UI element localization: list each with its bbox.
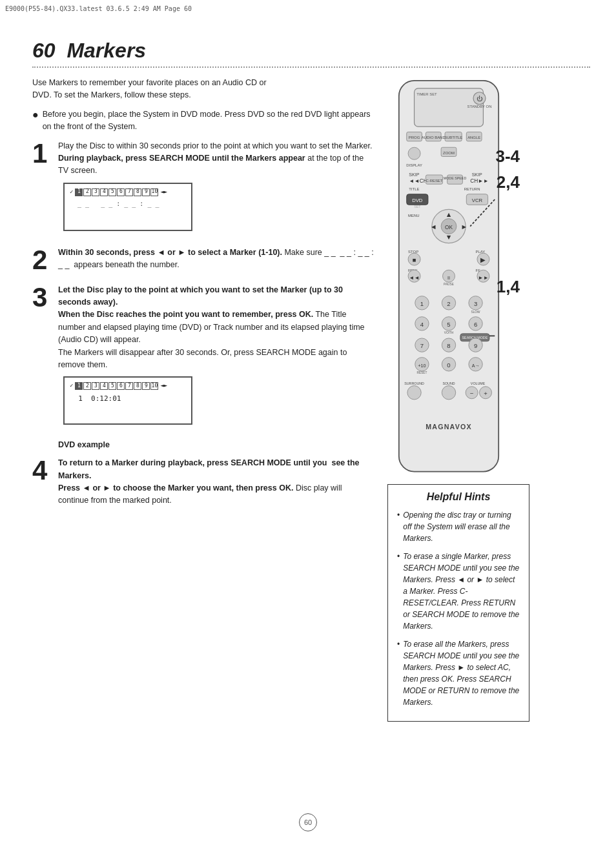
- remote-svg: ⏻ TIMER SET STANDBY ON PROG AUDIO BAND S…: [387, 77, 510, 476]
- svg-text:STANDBY ON: STANDBY ON: [467, 105, 492, 108]
- page-title: 60 Markers: [32, 39, 146, 62]
- svg-point-88: [442, 386, 455, 400]
- bullet-icon: ●: [32, 108, 39, 134]
- intro-bullet: ● Before you begin, place the System in …: [32, 108, 375, 134]
- marker-row-2: ✓ 1 2 3 4 5 6 7 8 9 10: [70, 381, 186, 391]
- svg-text:PROG: PROG: [409, 136, 420, 139]
- svg-text:+10: +10: [418, 363, 426, 369]
- svg-text:▲: ▲: [446, 210, 453, 218]
- step-3-content: Let the Disc play to the point at which …: [58, 284, 375, 431]
- svg-text:2: 2: [447, 300, 450, 307]
- svg-text:RETURN: RETURN: [464, 187, 480, 191]
- svg-text:◄◄: ◄◄: [409, 274, 419, 281]
- svg-text:7: 7: [420, 342, 424, 349]
- svg-text:6: 6: [474, 321, 477, 328]
- time-row-1: _ _ _ _ : _ _ : _ _: [70, 199, 186, 209]
- svg-text:◄: ◄: [430, 223, 437, 230]
- svg-text:►►: ►►: [478, 274, 488, 281]
- remote-step-label-34: 3-4: [495, 147, 520, 167]
- helpful-hints-box: Helpful Hints Opening the disc tray or t…: [387, 484, 529, 722]
- hint-item-1: Opening the disc tray or turning off the…: [397, 509, 520, 544]
- svg-text:SUBTITLE: SUBTITLE: [444, 136, 462, 139]
- step-4-content: To return to a Marker during playback, p…: [58, 457, 375, 507]
- svg-text:CH►►: CH►►: [470, 178, 488, 184]
- left-column: Use Markers to remember your favorite pl…: [32, 77, 375, 722]
- tv-screen-2: ✓ 1 2 3 4 5 6 7 8 9 10: [63, 376, 192, 425]
- svg-text:◄◄CH: ◄◄CH: [409, 178, 427, 184]
- dvd-label: DVD example: [58, 440, 375, 449]
- header-left: E9000(P55-84).QX33.latest 03.6.5 2:49 AM…: [5, 5, 192, 12]
- step-2-content: Within 30 seconds, press ◄ or ► to selec…: [58, 247, 375, 274]
- page-container: E9000(P55-84).QX33.latest 03.6.5 2:49 AM…: [0, 0, 616, 843]
- svg-text:MAGNAVOX: MAGNAVOX: [426, 423, 472, 431]
- svg-text:SET: SET: [414, 205, 421, 208]
- hints-list: Opening the disc tray or turning off the…: [397, 509, 520, 708]
- svg-text:DVD: DVD: [412, 198, 423, 203]
- svg-text:VOITH: VOITH: [444, 331, 454, 334]
- svg-text:A→: A→: [472, 363, 480, 369]
- hint-item-2: To erase a single Marker, press SEARCH M…: [397, 551, 520, 632]
- section-divider: [32, 66, 590, 68]
- main-content: Use Markers to remember your favorite pl…: [32, 77, 590, 722]
- svg-text:II: II: [447, 276, 450, 281]
- svg-text:TIMER SET: TIMER SET: [416, 92, 437, 96]
- svg-text:DISPLAY: DISPLAY: [406, 163, 422, 167]
- hints-title: Helpful Hints: [397, 491, 520, 503]
- svg-text:8: 8: [447, 342, 450, 349]
- svg-text:AUDIO BAND: AUDIO BAND: [422, 136, 446, 139]
- step-2: 2 Within 30 seconds, press ◄ or ► to sel…: [32, 247, 375, 274]
- svg-text:SLOW: SLOW: [471, 310, 481, 314]
- svg-text:VOLUME: VOLUME: [471, 381, 486, 385]
- svg-text:ZOOM: ZOOM: [443, 151, 455, 155]
- marker-boxes-2: 1 2 3 4 5 6 7 8 9 10: [75, 382, 158, 390]
- right-column: 3-4 2,4 1,4 ⏻ TIMER: [387, 77, 529, 722]
- svg-text:▼: ▼: [446, 233, 453, 241]
- marker-row-1: ✓ 1 2 3 4 5 6 7 8 9 10: [70, 188, 186, 197]
- step-2-number: 2: [32, 247, 50, 274]
- svg-text:■: ■: [413, 256, 416, 263]
- svg-text:1: 1: [420, 300, 424, 307]
- svg-point-86: [407, 386, 421, 400]
- svg-text:9: 9: [474, 342, 477, 349]
- svg-text:MENU: MENU: [408, 214, 419, 218]
- step-1-content: Play the Disc to within 30 seconds prior…: [58, 140, 375, 236]
- svg-text:3: 3: [474, 300, 477, 307]
- hint-item-3: To erase all the Markers, press SEARCH M…: [397, 638, 520, 708]
- svg-text:+: +: [484, 390, 488, 397]
- svg-text:OK: OK: [445, 224, 453, 230]
- svg-text:PAUSE: PAUSE: [444, 283, 454, 286]
- header-bar: E9000(P55-84).QX33.latest 03.6.5 2:49 AM…: [5, 5, 611, 12]
- svg-text:5: 5: [447, 321, 450, 328]
- svg-text:0: 0: [447, 361, 450, 369]
- svg-text:VCR: VCR: [472, 198, 483, 203]
- remote-step-label-14: 1,4: [497, 277, 520, 297]
- svg-text:SURROUND: SURROUND: [404, 381, 424, 385]
- step-3: 3 Let the Disc play to the point at whic…: [32, 284, 375, 431]
- svg-text:SOUND: SOUND: [442, 381, 455, 385]
- svg-text:►: ►: [460, 223, 467, 230]
- remote-step-label-24: 2,4: [497, 172, 520, 192]
- time-row-2: 1 0:12:01: [70, 393, 186, 404]
- svg-point-14: [408, 147, 420, 159]
- svg-text:TITLE: TITLE: [409, 187, 419, 191]
- svg-text:MODE SPEED: MODE SPEED: [444, 176, 467, 180]
- remote-control: 3-4 2,4 1,4 ⏻ TIMER: [387, 77, 517, 478]
- tv-screen-1: ✓ 1 2 3 4 5 6 7 8 9 10: [63, 183, 192, 231]
- svg-text:4: 4: [420, 321, 424, 328]
- svg-text:⏻: ⏻: [477, 95, 483, 102]
- svg-text:−: −: [470, 390, 474, 397]
- page-number-circle: 60: [299, 813, 317, 831]
- step-4-number: 4: [32, 457, 50, 507]
- intro-text: Use Markers to remember your favorite pl…: [32, 77, 375, 102]
- step-1-number: 1: [32, 140, 50, 236]
- step-1: 1 Play the Disc to within 30 seconds pri…: [32, 140, 375, 236]
- svg-text:▶: ▶: [480, 256, 486, 263]
- svg-text:RESET: RESET: [417, 371, 427, 374]
- svg-text:C-RESET: C-RESET: [426, 179, 442, 183]
- step-3-number: 3: [32, 284, 50, 431]
- svg-text:ANGLE: ANGLE: [467, 136, 480, 139]
- marker-boxes-1: 1 2 3 4 5 6 7 8 9 10: [75, 188, 158, 196]
- step-4: 4 To return to a Marker during playback,…: [32, 457, 375, 507]
